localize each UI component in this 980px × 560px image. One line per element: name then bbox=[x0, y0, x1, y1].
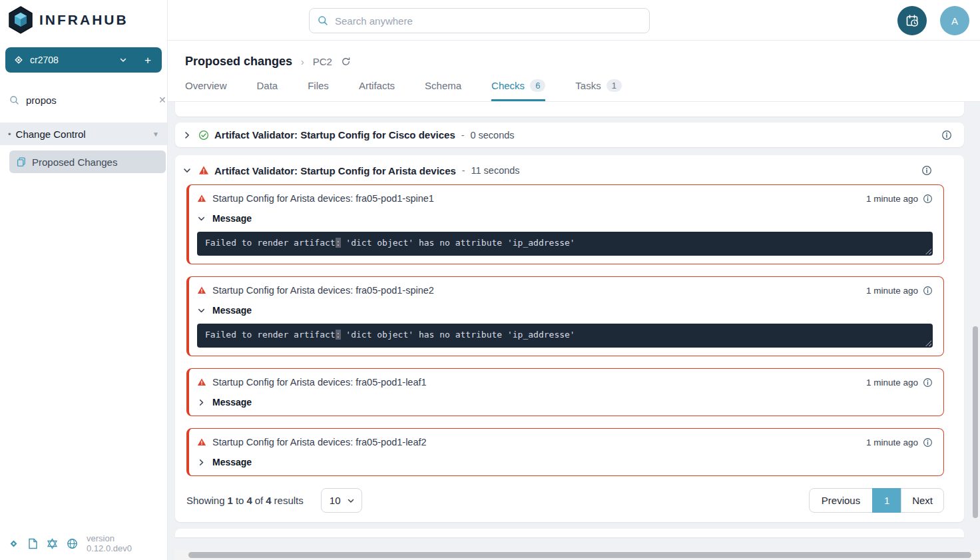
error-warning-icon bbox=[197, 378, 206, 387]
graphql-icon[interactable] bbox=[47, 538, 58, 549]
info-icon[interactable] bbox=[923, 194, 933, 204]
success-check-icon bbox=[198, 130, 209, 140]
pagination-bar: Showing1to4of4results 10 Previous 1 Next bbox=[186, 488, 944, 513]
tab-schema[interactable]: Schema bbox=[425, 79, 461, 101]
tab-checks[interactable]: Checks6 bbox=[491, 79, 545, 101]
validator-row-partial-top[interactable] bbox=[175, 102, 964, 117]
message-toggle[interactable]: Message bbox=[197, 305, 933, 316]
user-avatar[interactable]: A bbox=[940, 6, 969, 35]
previous-page-button[interactable]: Previous bbox=[809, 488, 873, 513]
error-warning-icon bbox=[197, 286, 206, 295]
tab-files[interactable]: Files bbox=[308, 79, 329, 101]
chevron-down-icon bbox=[197, 306, 206, 315]
vertical-scrollbar[interactable] bbox=[973, 326, 978, 518]
checks-count-badge: 6 bbox=[530, 79, 545, 92]
group-bullet-icon: • bbox=[8, 129, 11, 139]
tab-data[interactable]: Data bbox=[257, 79, 278, 101]
info-icon[interactable] bbox=[941, 130, 952, 140]
message-toggle[interactable]: Message bbox=[197, 397, 933, 408]
tasks-count-badge: 1 bbox=[607, 79, 622, 92]
check-title: Startup Config for Arista devices: fra05… bbox=[212, 193, 434, 204]
error-warning-icon bbox=[197, 194, 206, 203]
sidebar-item-proposed-changes[interactable]: Proposed Changes bbox=[9, 150, 166, 173]
check-title: Startup Config for Arista devices: fra05… bbox=[212, 437, 427, 447]
check-card-leaf1: Startup Config for Arista devices: fra05… bbox=[186, 368, 944, 416]
page-title[interactable]: Proposed changes bbox=[185, 55, 292, 69]
group-label: Change Control bbox=[16, 129, 86, 140]
pager: Previous 1 Next bbox=[809, 488, 944, 513]
message-toggle[interactable]: Message bbox=[197, 213, 933, 224]
sidebar-item-label: Proposed Changes bbox=[32, 156, 117, 168]
info-icon[interactable] bbox=[923, 378, 933, 388]
sidebar: INFRAHUB cr2708 + ✕ • Change Control ▼ P… bbox=[0, 0, 168, 560]
chevron-right-icon bbox=[197, 458, 206, 467]
tab-tasks[interactable]: Tasks1 bbox=[575, 79, 622, 101]
clear-search-icon[interactable]: ✕ bbox=[158, 95, 166, 105]
sidebar-footer: version 0.12.0.dev0 bbox=[8, 533, 159, 553]
check-timestamp: 1 minute ago bbox=[866, 286, 918, 296]
error-message-output[interactable]: Failed to render artifact: 'dict object'… bbox=[197, 324, 933, 348]
page-header: Proposed changes › PC2 Overview Data Fil… bbox=[168, 41, 980, 102]
validator-duration: 11 seconds bbox=[471, 165, 520, 176]
collapse-caret-icon[interactable]: ▼ bbox=[152, 131, 159, 138]
global-search-input[interactable] bbox=[335, 15, 641, 27]
check-timestamp: 1 minute ago bbox=[866, 378, 918, 388]
breadcrumb-current: PC2 bbox=[313, 56, 332, 67]
validator-row-cisco[interactable]: Artifact Validator: Startup Config for C… bbox=[175, 123, 964, 147]
chevron-down-icon[interactable] bbox=[182, 166, 192, 175]
chevron-right-icon[interactable] bbox=[182, 131, 192, 140]
page-size-select[interactable]: 10 bbox=[321, 488, 362, 513]
check-card-leaf2: Startup Config for Arista devices: fra05… bbox=[186, 428, 944, 476]
validator-row-partial-bottom[interactable] bbox=[175, 529, 964, 537]
chevron-right-icon bbox=[197, 398, 206, 407]
error-message-output[interactable]: Failed to render artifact: 'dict object'… bbox=[197, 232, 933, 256]
validator-name: Artifact Validator: Startup Config for A… bbox=[214, 165, 456, 176]
search-icon bbox=[9, 95, 19, 105]
info-icon[interactable] bbox=[923, 286, 933, 296]
tab-overview[interactable]: Overview bbox=[185, 79, 227, 101]
app-logo[interactable]: INFRAHUB bbox=[0, 0, 167, 40]
validator-card-arista: Artifact Validator: Startup Config for A… bbox=[175, 155, 964, 522]
branch-diamond-icon[interactable] bbox=[8, 538, 19, 549]
checks-panel: Artifact Validator: Startup Config for C… bbox=[168, 102, 980, 560]
proposed-changes-icon bbox=[16, 156, 27, 167]
validator-row-arista[interactable]: Artifact Validator: Startup Config for A… bbox=[175, 156, 944, 184]
check-card-spine2: Startup Config for Arista devices: fra05… bbox=[186, 276, 944, 356]
page-number-button[interactable]: 1 bbox=[872, 488, 901, 513]
swagger-globe-icon[interactable] bbox=[67, 538, 78, 549]
info-icon[interactable] bbox=[923, 437, 933, 447]
message-toggle[interactable]: Message bbox=[197, 457, 933, 467]
results-summary: Showing1to4of4results bbox=[186, 495, 306, 506]
docs-icon[interactable] bbox=[28, 538, 38, 549]
refresh-icon[interactable] bbox=[341, 57, 351, 67]
global-search[interactable] bbox=[309, 8, 650, 33]
check-title: Startup Config for Arista devices: fra05… bbox=[212, 377, 427, 388]
schedule-calendar-button[interactable] bbox=[897, 6, 927, 35]
check-timestamp: 1 minute ago bbox=[866, 194, 918, 204]
check-card-spine1: Startup Config for Arista devices: fra05… bbox=[186, 184, 944, 264]
error-warning-icon bbox=[198, 165, 209, 176]
info-icon[interactable] bbox=[921, 165, 932, 176]
tab-bar: Overview Data Files Artifacts Schema Che… bbox=[185, 79, 980, 101]
app-name: INFRAHUB bbox=[39, 12, 128, 28]
infrahub-logo-icon bbox=[8, 6, 33, 34]
main-area: A Proposed changes › PC2 Overview Data F… bbox=[168, 0, 980, 560]
add-branch-button[interactable]: + bbox=[142, 53, 154, 67]
breadcrumb: Proposed changes › PC2 bbox=[185, 55, 980, 69]
branch-name: cr2708 bbox=[30, 55, 59, 65]
branch-icon bbox=[13, 55, 24, 65]
breadcrumb-separator: › bbox=[301, 57, 304, 67]
error-warning-icon bbox=[197, 437, 206, 447]
horizontal-scrollbar-thumb[interactable] bbox=[188, 552, 971, 558]
sidebar-search-input[interactable] bbox=[26, 95, 158, 106]
check-title: Startup Config for Arista devices: fra05… bbox=[212, 285, 434, 296]
next-page-button[interactable]: Next bbox=[901, 488, 944, 513]
version-label: version 0.12.0.dev0 bbox=[87, 533, 159, 553]
tab-artifacts[interactable]: Artifacts bbox=[359, 79, 395, 101]
chevron-down-icon bbox=[347, 497, 355, 505]
horizontal-scrollbar-track[interactable] bbox=[174, 550, 980, 560]
sidebar-search: ✕ bbox=[0, 87, 167, 113]
branch-selector[interactable]: cr2708 + bbox=[5, 47, 162, 73]
sidebar-group-change-control[interactable]: • Change Control ▼ bbox=[0, 123, 167, 145]
chevron-down-icon bbox=[119, 56, 127, 64]
